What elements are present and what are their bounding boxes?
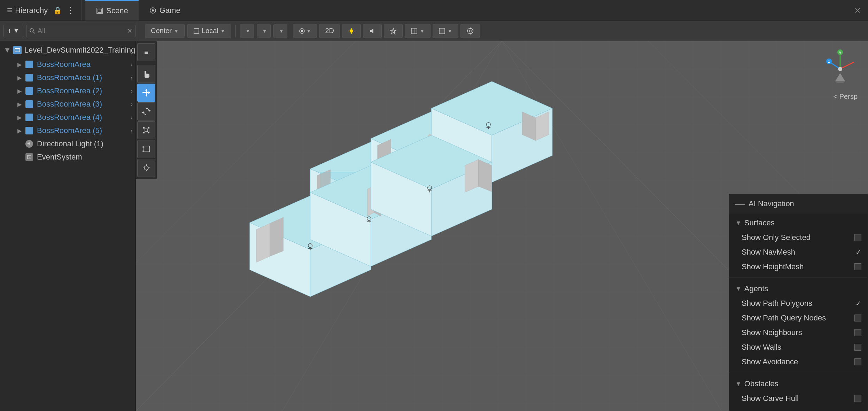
nav-item-show-carve-hull[interactable]: Show Carve Hull xyxy=(729,391,868,406)
bossroomarea-expand-arrow: ▶ xyxy=(17,61,24,68)
hand-tool-btn[interactable] xyxy=(137,65,155,83)
render-mode-btn[interactable]: ▼ xyxy=(433,24,458,38)
nav-item-show-path-query-nodes[interactable]: Show Path Query Nodes xyxy=(729,311,868,325)
event-system-icon xyxy=(27,155,32,160)
main-toolbar: + ▼ ✕ Center ▼ Local ▼ xyxy=(0,21,868,41)
root-item[interactable]: ▼ Level_DevSummit2022_Training ⋮ xyxy=(0,42,135,58)
fx-icon xyxy=(390,28,397,34)
show-path-query-nodes-label: Show Path Query Nodes xyxy=(742,313,826,323)
nav-item-show-avoidance[interactable]: Show Avoidance xyxy=(729,355,868,369)
hierarchy-toolbar-area: + ▼ ✕ xyxy=(3,21,139,41)
agents-section-header[interactable]: ▼ Agents xyxy=(729,281,868,296)
svg-rect-62 xyxy=(145,129,148,132)
svg-point-134 xyxy=(838,67,842,71)
scene-view[interactable]: ≡ xyxy=(136,41,868,411)
root-more-btn[interactable]: ⋮ xyxy=(135,46,135,55)
nav-item-show-only-selected[interactable]: Show Only Selected xyxy=(729,230,868,245)
bossroomarea1-icon xyxy=(24,73,34,83)
scene-menu-btn[interactable]: ≡ xyxy=(137,43,155,61)
show-avoidance-checkbox[interactable] xyxy=(854,358,861,365)
show-walls-checkbox[interactable] xyxy=(854,344,861,351)
tree-item-bossroomarea2[interactable]: ▶ BossRoomArea (2) › xyxy=(0,84,135,98)
tab-scene[interactable]: Scene xyxy=(85,0,138,21)
root-item-name: Level_DevSummit2022_Training xyxy=(24,46,135,55)
search-clear-icon[interactable]: ✕ xyxy=(127,27,132,35)
bossroomarea5-icon xyxy=(24,126,34,135)
agents-section-label: Agents xyxy=(744,284,768,293)
center-dropdown[interactable]: Center ▼ xyxy=(145,24,185,38)
nav-item-show-neighbours[interactable]: Show Neighbours xyxy=(729,325,868,340)
svg-marker-136 xyxy=(835,73,845,81)
svg-marker-106 xyxy=(256,223,270,262)
nav-item-show-walls[interactable]: Show Walls xyxy=(729,340,868,355)
nav-item-show-heightmesh[interactable]: Show HeightMesh xyxy=(729,259,868,274)
ai-navigation-panel: — AI Navigation ▼ Surfaces Show Only Sel… xyxy=(729,194,868,411)
tree-item-directionallight[interactable]: ▶ Directional Light (1) xyxy=(0,137,135,150)
dots-icon[interactable]: ⋮ xyxy=(66,6,75,15)
scene-tab-icon xyxy=(96,7,103,15)
transform-tool-btn[interactable] xyxy=(137,159,155,177)
snap-dropdown-arrow: ▼ xyxy=(262,28,267,34)
audio-btn[interactable] xyxy=(363,24,382,38)
tree-item-eventsystem[interactable]: ▶ EventSystem xyxy=(0,150,135,164)
fx-btn[interactable] xyxy=(384,24,403,38)
show-path-polygons-label: Show Path Polygons xyxy=(742,299,812,308)
gizmo[interactable]: y z xyxy=(819,48,861,90)
bossroomarea2-expand-arrow: ▶ xyxy=(17,88,24,94)
top-bar: ≡ Hierarchy 🔒 ⋮ Scene Game xyxy=(0,0,868,21)
rect-tool-btn[interactable] xyxy=(137,140,155,158)
top-bar-close[interactable] xyxy=(854,0,861,21)
bossroomarea-arrow: › xyxy=(122,61,133,68)
obstacles-section-header[interactable]: ▼ Obstacles xyxy=(729,377,868,391)
scale-tool-btn[interactable] xyxy=(137,121,155,139)
surfaces-section: ▼ Surfaces Show Only Selected Show NavMe… xyxy=(729,214,868,276)
show-only-selected-label: Show Only Selected xyxy=(742,233,811,242)
search-input[interactable] xyxy=(38,27,79,35)
2d-label: 2D xyxy=(325,27,334,35)
root-expand-arrow: ▼ xyxy=(3,46,11,55)
light-icon xyxy=(348,28,355,34)
move-icon xyxy=(142,88,151,97)
lock-icon[interactable]: 🔒 xyxy=(53,6,62,15)
light-btn[interactable] xyxy=(342,24,361,38)
tree-item-bossroomarea5[interactable]: ▶ BossRoomArea (5) › xyxy=(0,124,135,137)
add-button[interactable]: + ▼ xyxy=(3,25,23,37)
snap-btn[interactable]: ▼ xyxy=(257,24,271,38)
show-only-selected-checkbox[interactable] xyxy=(854,234,861,241)
occlusion-btn[interactable]: ▼ xyxy=(405,24,431,38)
center-dropdown-arrow: ▼ xyxy=(174,28,179,34)
show-heightmesh-checkbox[interactable] xyxy=(854,263,861,270)
bossroomarea3-expand-arrow: ▶ xyxy=(17,101,24,108)
bossroomarea3-arrow: › xyxy=(122,101,133,108)
show-heightmesh-label: Show HeightMesh xyxy=(742,262,804,271)
tree-item-bossroomarea3[interactable]: ▶ BossRoomArea (3) › xyxy=(0,98,135,111)
tab-game[interactable]: Game xyxy=(139,0,191,21)
game-tab-label: Game xyxy=(160,6,180,15)
audio-icon xyxy=(369,28,376,34)
svg-line-7 xyxy=(33,32,35,33)
tree-item-bossroomarea1[interactable]: ▶ BossRoomArea (1) › xyxy=(0,71,135,84)
tree-item-bossroomarea4[interactable]: ▶ BossRoomArea (4) › xyxy=(0,111,135,124)
show-neighbours-checkbox[interactable] xyxy=(854,329,861,336)
move-tool-btn[interactable] xyxy=(137,84,155,102)
layers-btn[interactable]: ▼ xyxy=(293,24,317,38)
agents-section-arrow: ▼ xyxy=(735,285,742,293)
local-dropdown[interactable]: Local ▼ xyxy=(187,24,231,38)
surfaces-section-header[interactable]: ▼ Surfaces xyxy=(729,216,868,230)
rotate-tool-btn[interactable] xyxy=(137,102,155,121)
nav-item-show-path-polygons[interactable]: Show Path Polygons ✓ xyxy=(729,296,868,311)
svg-point-71 xyxy=(149,150,150,152)
show-path-query-nodes-checkbox[interactable] xyxy=(854,315,861,321)
camera-btn[interactable] xyxy=(460,24,480,38)
scene-tab-label: Scene xyxy=(106,6,128,15)
bossroomarea-icon xyxy=(24,60,34,69)
tree-item-bossroomarea[interactable]: ▶ BossRoomArea › xyxy=(0,58,135,71)
show-carve-hull-checkbox[interactable] xyxy=(854,395,861,402)
2d-btn[interactable]: 2D xyxy=(319,24,340,38)
bossroomarea4-expand-arrow: ▶ xyxy=(17,114,24,121)
surfaces-section-label: Surfaces xyxy=(744,218,775,227)
nav-item-show-navmesh[interactable]: Show NavMesh ✓ xyxy=(729,245,868,259)
rotate-icon xyxy=(142,107,151,116)
move-snap-btn[interactable]: ▼ xyxy=(273,24,287,38)
grid-tool-btn[interactable]: ▼ xyxy=(240,24,254,38)
